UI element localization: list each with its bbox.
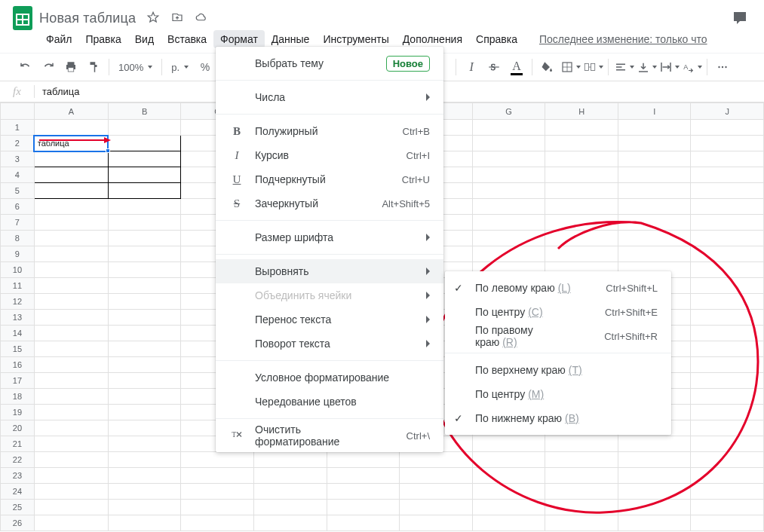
row-header[interactable]: 5 (1, 183, 35, 199)
cell[interactable] (472, 215, 545, 231)
cell[interactable] (472, 120, 545, 136)
cell[interactable] (691, 262, 764, 278)
cell[interactable] (691, 373, 764, 389)
cell[interactable] (108, 515, 181, 531)
format-alternating[interactable]: Чередование цветов (216, 390, 443, 414)
cell[interactable] (545, 231, 618, 246)
row-header[interactable]: 1 (1, 120, 35, 136)
cell[interactable] (545, 246, 618, 262)
cell[interactable] (618, 452, 691, 468)
format-theme[interactable]: Выбрать тему Новое (216, 51, 443, 75)
strikethrough-button[interactable]: S (483, 57, 505, 78)
align-center[interactable]: По центру(C) Ctrl+Shift+E (445, 300, 671, 324)
document-title[interactable]: Новая таблица (39, 11, 136, 26)
row-header[interactable]: 24 (1, 484, 35, 500)
cell[interactable] (108, 246, 181, 262)
cell[interactable] (254, 468, 327, 484)
grid-row[interactable]: 26 (1, 515, 764, 531)
row-header[interactable]: 6 (1, 199, 35, 215)
col-header[interactable]: H (545, 103, 618, 120)
cell[interactable] (34, 120, 108, 136)
cell[interactable] (691, 215, 764, 231)
cell[interactable] (691, 151, 764, 167)
align-top[interactable]: По верхнему краю(T) (445, 358, 671, 382)
cell[interactable] (691, 326, 764, 341)
format-font-size[interactable]: Размер шрифта (216, 225, 443, 249)
format-underline[interactable]: U Подчеркнутый Ctrl+U (216, 167, 443, 191)
star-icon[interactable] (146, 11, 160, 26)
text-rotation-button[interactable]: A (681, 57, 702, 78)
row-header[interactable]: 12 (1, 294, 35, 310)
cell[interactable] (691, 436, 764, 452)
row-header[interactable]: 18 (1, 389, 35, 405)
cell[interactable] (34, 151, 108, 167)
merge-cells-button[interactable] (582, 57, 603, 78)
cell[interactable] (34, 500, 108, 515)
cell[interactable] (108, 136, 181, 151)
cell[interactable] (34, 515, 108, 531)
cell[interactable] (472, 136, 545, 151)
cell[interactable] (691, 452, 764, 468)
menu-file[interactable]: Файл (39, 30, 78, 48)
format-italic[interactable]: I Курсив Ctrl+I (216, 143, 443, 167)
cell[interactable] (618, 167, 691, 183)
cell[interactable] (34, 215, 108, 231)
cell[interactable] (545, 183, 618, 199)
cell[interactable] (181, 500, 254, 515)
row-header[interactable]: 11 (1, 278, 35, 294)
cell[interactable] (545, 515, 618, 531)
cell[interactable] (34, 341, 108, 357)
col-header[interactable]: A (34, 103, 108, 120)
format-strike[interactable]: S Зачеркнутый Alt+Shift+5 (216, 191, 443, 216)
cell[interactable] (108, 278, 181, 294)
cell[interactable] (327, 452, 400, 468)
cell[interactable] (108, 120, 181, 136)
cell[interactable] (472, 199, 545, 215)
cell[interactable] (400, 452, 473, 468)
cell[interactable] (34, 294, 108, 310)
row-header[interactable]: 19 (1, 405, 35, 420)
cell[interactable] (545, 199, 618, 215)
cell[interactable] (618, 468, 691, 484)
format-rotate[interactable]: Поворот текста (216, 332, 443, 356)
grid-row[interactable]: 25 (1, 500, 764, 515)
cell[interactable] (34, 405, 108, 420)
cell[interactable] (691, 294, 764, 310)
select-all-corner[interactable] (1, 103, 35, 120)
borders-button[interactable] (560, 57, 581, 78)
menu-format[interactable]: Формат (213, 30, 265, 48)
cell[interactable] (691, 278, 764, 294)
col-header[interactable]: J (691, 103, 764, 120)
currency-format-button[interactable]: р. (167, 57, 193, 78)
cell[interactable] (691, 246, 764, 262)
cell[interactable] (618, 500, 691, 515)
col-header[interactable]: I (618, 103, 691, 120)
cell[interactable] (34, 373, 108, 389)
menu-tools[interactable]: Инструменты (316, 30, 395, 48)
cell[interactable] (108, 167, 181, 183)
cell[interactable] (545, 468, 618, 484)
cell[interactable] (181, 515, 254, 531)
menu-insert[interactable]: Вставка (161, 30, 213, 48)
format-clear[interactable]: T Очистить форматирование Ctrl+\ (216, 423, 443, 448)
cell[interactable] (691, 420, 764, 436)
cell[interactable] (108, 262, 181, 278)
menu-edit[interactable]: Правка (78, 30, 127, 48)
cell[interactable] (327, 500, 400, 515)
cell[interactable] (327, 468, 400, 484)
cell[interactable] (108, 183, 181, 199)
cell[interactable] (618, 436, 691, 452)
cell[interactable] (108, 405, 181, 420)
cell[interactable] (108, 310, 181, 326)
row-header[interactable]: 17 (1, 373, 35, 389)
text-color-button[interactable]: A (506, 57, 527, 78)
zoom-select[interactable]: 100% (114, 57, 157, 78)
cell[interactable] (400, 468, 473, 484)
cell[interactable] (472, 500, 545, 515)
cell[interactable] (618, 183, 691, 199)
paint-format-button[interactable] (83, 57, 104, 78)
cell[interactable] (34, 278, 108, 294)
cell[interactable] (108, 373, 181, 389)
cell[interactable] (108, 389, 181, 405)
cell[interactable] (181, 468, 254, 484)
